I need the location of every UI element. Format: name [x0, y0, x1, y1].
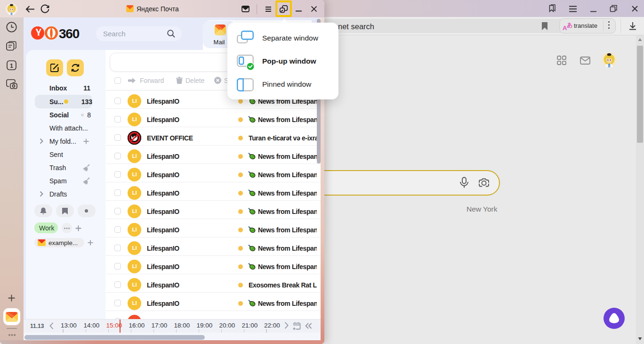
- svg-text:あ: あ: [567, 22, 572, 28]
- svg-text:360: 360: [59, 26, 80, 40]
- svg-text:1: 1: [10, 63, 13, 69]
